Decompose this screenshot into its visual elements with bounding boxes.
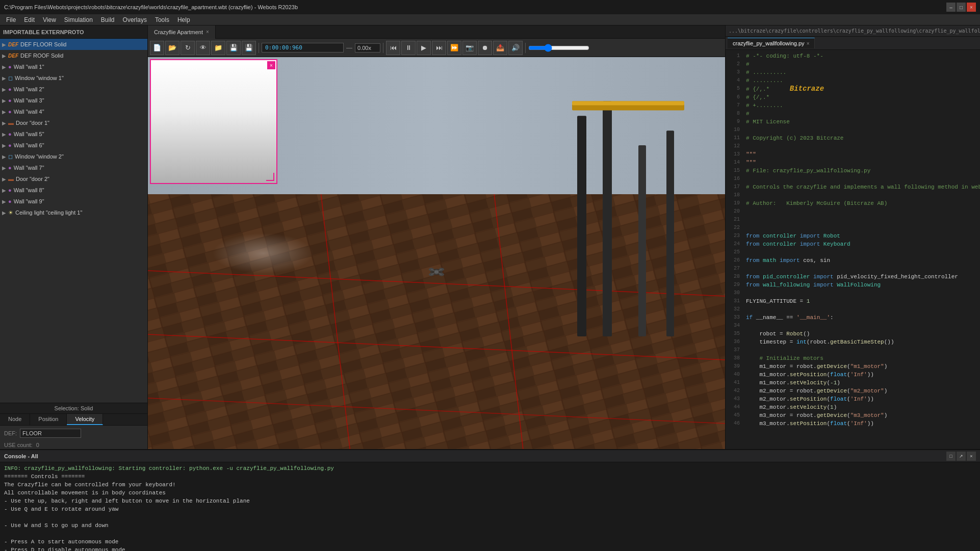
play-button[interactable]: ▶ [417, 41, 431, 55]
tree-label-7: Door "door 1" [16, 120, 49, 126]
maximize-button[interactable]: □ [957, 3, 966, 12]
tree-arrow-12: ▶ [2, 176, 8, 182]
menu-tools[interactable]: Tools [151, 15, 173, 24]
menu-build[interactable]: Build [97, 15, 119, 24]
speed-display[interactable] [355, 43, 380, 53]
camera-overlay-panel[interactable]: × [150, 59, 277, 184]
rewind-button[interactable]: ⏮ [386, 41, 400, 55]
open-file-button[interactable]: 📁 [211, 41, 225, 55]
share-button[interactable]: 📤 [493, 41, 507, 55]
menu-file[interactable]: File [2, 15, 20, 24]
record-button[interactable]: ⏺ [478, 41, 492, 55]
tree-item-wall9[interactable]: ▶ ● Wall "wall 9" [0, 196, 147, 207]
code-line-36: 36 timestep = int(robot.getBasicTimeStep… [726, 338, 980, 346]
tree-icon-14: ● [8, 198, 12, 204]
console-close-button[interactable]: × [967, 452, 976, 461]
overlay-close-button[interactable]: × [267, 61, 275, 69]
code-editor[interactable]: 1# -*- coding: utf-8 -*- 2# 3# .........… [726, 50, 980, 449]
tree-label-13: Wall "wall 8" [14, 187, 44, 193]
tree-label-8: Wall "wall 5" [14, 131, 44, 137]
menu-edit[interactable]: Edit [20, 15, 39, 24]
tree-arrow-5: ▶ [2, 98, 8, 103]
console-line-11: - Press D to disable autonomous mode [4, 546, 976, 551]
save-world-button[interactable]: 💾 [226, 41, 241, 55]
def-area: DEF: [0, 426, 147, 441]
tab-position[interactable]: Position [30, 414, 67, 425]
def-input[interactable] [20, 429, 81, 438]
scene-tree-header: IMPORTABLE EXTERNPROTO [0, 25, 147, 39]
close-button[interactable]: × [967, 3, 976, 12]
viewport[interactable]: × [148, 57, 725, 449]
menu-view[interactable]: View [39, 15, 60, 24]
world-tab-close[interactable]: × [206, 29, 209, 35]
tree-arrow-2: ▶ [2, 64, 8, 70]
tree-item-roof[interactable]: ▶ DEF DEF ROOF Solid [0, 50, 147, 61]
fast-forward-button[interactable]: ⏩ [447, 41, 461, 55]
selection-bar: Selection: Solid [0, 403, 147, 414]
tree-icon-11: ● [8, 165, 12, 171]
speed-slider[interactable] [528, 44, 589, 52]
world-tab[interactable]: Crazyflie Apartment × [148, 25, 216, 39]
tree-label-3: Window "window 1" [15, 75, 64, 81]
open-world-button[interactable]: 📂 [165, 41, 179, 55]
console-line-7 [4, 513, 976, 521]
tree-item-wall5[interactable]: ▶ ● Wall "wall 5" [0, 128, 147, 140]
tree-icon-3: ◻ [8, 75, 13, 82]
tree-item-door2[interactable]: ▶ ▬ Door "door 2" [0, 173, 147, 185]
tree-item-wall2[interactable]: ▶ ● Wall "wall 2" [0, 84, 147, 95]
menu-simulation[interactable]: Simulation [60, 15, 97, 24]
code-line-4: 4# ......... [726, 76, 980, 85]
camera-overlay-content [151, 60, 276, 183]
tree-item-window2[interactable]: ▶ ◻ Window "window 2" [0, 151, 147, 162]
code-line-28: 28from pid_controller import pid_velocit… [726, 273, 980, 281]
tab-velocity[interactable]: Velocity [67, 414, 103, 425]
tree-item-door1[interactable]: ▶ ▬ Door "door 1" [0, 117, 147, 128]
tree-icon-15: ☀ [8, 209, 13, 216]
code-line-13: 13""" [726, 150, 980, 159]
tree-arrow-1: ▶ [2, 53, 8, 59]
tree-label-12: Door "door 2" [16, 176, 49, 182]
code-line-32: 32 [726, 305, 980, 313]
tree-item-wall1[interactable]: ▶ ● Wall "wall 1" [0, 61, 147, 72]
tree-item-floor[interactable]: ▶ DEF DEF FLOOR Solid [0, 39, 147, 50]
tab-node[interactable]: Node [0, 414, 30, 425]
tree-item-wall7[interactable]: ▶ ● Wall "wall 7" [0, 162, 147, 173]
tree-icon-9: ● [8, 142, 12, 148]
tree-item-ceiling1[interactable]: ▶ ☀ Ceiling light "ceiling light 1" [0, 207, 147, 218]
reload-world-button[interactable]: ↻ [180, 41, 195, 55]
scene-tree[interactable]: ▶ DEF DEF FLOOR Solid ▶ DEF DEF ROOF Sol… [0, 39, 147, 403]
pause-button[interactable]: ⏸ [401, 41, 416, 55]
screenshot-button[interactable]: 📷 [462, 41, 477, 55]
tree-item-wall8[interactable]: ▶ ● Wall "wall 8" [0, 185, 147, 196]
audio-button[interactable]: 🔊 [508, 41, 523, 55]
separator-3 [525, 43, 526, 53]
console-maximize-button[interactable]: □ [946, 452, 956, 461]
menu-help[interactable]: Help [173, 15, 194, 24]
console-action-buttons: □ ↗ × [946, 452, 976, 461]
tree-item-wall6[interactable]: ▶ ● Wall "wall 6" [0, 140, 147, 151]
minimize-button[interactable]: – [946, 3, 956, 12]
tree-icon-4: ● [8, 86, 12, 92]
new-world-button[interactable]: 📄 [150, 41, 164, 55]
menu-overlays[interactable]: Overlays [119, 15, 151, 24]
tree-arrow-6: ▶ [2, 109, 8, 115]
editor-tab-label: crazyflie_py_wallfollowing.py [733, 40, 805, 46]
console-header: Console - All □ ↗ × [0, 450, 980, 462]
editor-tab-main[interactable]: crazyflie_py_wallfollowing.py × [728, 38, 815, 48]
console-body[interactable]: INFO: crazyflie_py_wallfollowing: Starti… [0, 462, 980, 551]
tree-item-wall3[interactable]: ▶ ● Wall "wall 3" [0, 95, 147, 106]
tree-icon-1: DEF [8, 53, 18, 59]
tree-item-wall4[interactable]: ▶ ● Wall "wall 4" [0, 106, 147, 117]
tree-item-window1[interactable]: ▶ ◻ Window "window 1" [0, 72, 147, 84]
separator-2 [383, 43, 383, 53]
code-line-7: 7# +........ [726, 101, 980, 110]
tree-label-4: Wall "wall 2" [14, 86, 44, 92]
code-line-18: 18 [726, 191, 980, 199]
show-robot-button[interactable]: 👁 [196, 41, 210, 55]
console-popout-button[interactable]: ↗ [957, 452, 966, 461]
step-button[interactable]: ⏭ [432, 41, 446, 55]
save-as-button[interactable]: 💾 [242, 41, 256, 55]
editor-tab-close[interactable]: × [807, 41, 810, 46]
scene-tree-title: IMPORTABLE EXTERNPROTO [3, 29, 84, 35]
separator-1 [259, 43, 259, 53]
